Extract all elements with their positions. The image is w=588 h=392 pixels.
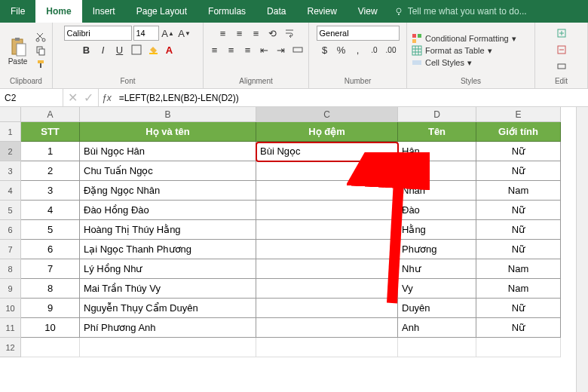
wrap-text-button[interactable] [282, 26, 297, 41]
cell-A4[interactable]: 3 [21, 181, 80, 201]
cell-C11[interactable] [256, 318, 398, 338]
cell-E5[interactable]: Nữ [476, 201, 561, 220]
cell-D7[interactable]: Phương [398, 240, 476, 259]
cell-C10[interactable] [256, 299, 398, 318]
cell-D5[interactable]: Đào [398, 201, 476, 220]
select-all-corner[interactable] [0, 107, 21, 122]
cell-B10[interactable]: Nguyễn Thụy Cẩm Duyên [80, 299, 256, 318]
cancel-formula-button[interactable]: ✕ [68, 90, 78, 105]
font-size-select[interactable]: 14 [133, 26, 159, 41]
header-cell-b[interactable]: Họ và tên [80, 122, 256, 142]
cell-D11[interactable]: Anh [398, 318, 476, 338]
cell-D3[interactable]: Ngọc [398, 161, 476, 181]
col-header-E[interactable]: E [476, 107, 561, 122]
tab-file[interactable]: File [0, 0, 35, 23]
format-cells-button[interactable] [554, 59, 569, 74]
decrease-indent-button[interactable]: ⇤ [257, 42, 272, 57]
cell-B4[interactable]: Đặng Ngọc Nhân [80, 181, 256, 201]
align-right-button[interactable]: ≡ [240, 42, 256, 57]
cell-E4[interactable]: Nam [476, 181, 561, 201]
insert-cells-button[interactable] [554, 26, 569, 41]
cut-button[interactable] [34, 31, 47, 43]
cell-C12[interactable] [256, 338, 398, 357]
cell-A5[interactable]: 4 [21, 201, 80, 220]
header-cell-a[interactable]: STT [21, 122, 80, 142]
col-header-B[interactable]: B [80, 107, 256, 122]
font-color-button[interactable]: A [162, 42, 177, 57]
cell-B6[interactable]: Hoàng Thị Thúy Hằng [80, 220, 256, 240]
conditional-formatting-button[interactable]: Conditional Formatting ▾ [412, 33, 516, 44]
cell-E7[interactable]: Nữ [476, 240, 561, 259]
tab-home[interactable]: Home [35, 0, 81, 23]
tab-insert[interactable]: Insert [82, 0, 126, 23]
tell-me-search[interactable]: Tell me what you want to do... [388, 0, 588, 23]
merge-button[interactable] [290, 42, 305, 57]
fill-handle[interactable] [396, 159, 402, 165]
tab-data[interactable]: Data [256, 0, 296, 23]
cell-B5[interactable]: Đào Hồng Đào [80, 201, 256, 220]
cell-C4[interactable] [256, 181, 398, 201]
cell-D2[interactable]: Hân [398, 142, 476, 161]
row-header-12[interactable]: 12 [0, 338, 21, 357]
cell-C8[interactable] [256, 259, 398, 279]
decrease-decimal-button[interactable]: .00 [384, 42, 399, 57]
format-painter-button[interactable] [34, 58, 47, 70]
col-header-D[interactable]: D [398, 107, 476, 122]
row-header-4[interactable]: 4 [0, 181, 21, 201]
paste-button[interactable]: Paste [5, 36, 31, 66]
fx-label[interactable]: ƒx [99, 89, 115, 106]
cell-E6[interactable]: Nữ [476, 220, 561, 240]
cell-B3[interactable]: Chu Tuấn Ngọc [80, 161, 256, 181]
decrease-font-button[interactable]: A▼ [177, 26, 192, 41]
cell-B2[interactable]: Bùi Ngọc Hân [80, 142, 256, 161]
header-cell-c[interactable]: Họ đệm [256, 122, 398, 142]
cell-D6[interactable]: Hằng [398, 220, 476, 240]
cell-styles-button[interactable]: Cell Styles ▾ [412, 57, 516, 68]
vertical-scrollbar[interactable] [576, 107, 588, 392]
copy-button[interactable] [34, 44, 47, 57]
cell-B11[interactable]: Phí Phương Anh [80, 318, 256, 338]
cell-C7[interactable] [256, 240, 398, 259]
tab-page-layout[interactable]: Page Layout [126, 0, 198, 23]
enter-formula-button[interactable]: ✓ [84, 90, 93, 105]
row-header-3[interactable]: 3 [0, 161, 21, 181]
cell-B7[interactable]: Lại Ngọc Thanh Phương [80, 240, 256, 259]
increase-font-button[interactable]: A▲ [161, 26, 176, 41]
cell-E3[interactable]: Nữ [476, 161, 561, 181]
row-header-11[interactable]: 11 [0, 318, 21, 338]
tab-formulas[interactable]: Formulas [198, 0, 256, 23]
cell-E8[interactable]: Nam [476, 259, 561, 279]
header-cell-d[interactable]: Tên [398, 122, 476, 142]
tab-view[interactable]: View [348, 0, 388, 23]
cell-D10[interactable]: Duyên [398, 299, 476, 318]
cell-E10[interactable]: Nữ [476, 299, 561, 318]
header-cell-e[interactable]: Giới tính [476, 122, 561, 142]
cell-A3[interactable]: 2 [21, 161, 80, 181]
bold-button[interactable]: B [79, 42, 94, 57]
orientation-button[interactable]: ⟲ [265, 26, 280, 41]
cell-C5[interactable] [256, 201, 398, 220]
font-name-select[interactable]: Calibri [64, 26, 132, 41]
cell-A8[interactable]: 7 [21, 259, 80, 279]
borders-button[interactable] [129, 42, 144, 57]
cell-C2[interactable]: Bùi Ngọc [256, 142, 398, 161]
cell-A6[interactable]: 5 [21, 220, 80, 240]
cell-E2[interactable]: Nữ [476, 142, 561, 161]
cell-B9[interactable]: Mai Trần Thúy Vy [80, 279, 256, 299]
italic-button[interactable]: I [96, 42, 111, 57]
cell-C3[interactable] [256, 161, 398, 181]
format-as-table-button[interactable]: Format as Table ▾ [412, 45, 516, 56]
align-top-button[interactable]: ≡ [216, 26, 231, 41]
cell-B8[interactable]: Lý Hồng Như [80, 259, 256, 279]
cell-D12[interactable] [398, 338, 476, 357]
row-header-6[interactable]: 6 [0, 220, 21, 240]
cell-D8[interactable]: Như [398, 259, 476, 279]
cell-D9[interactable]: Vy [398, 279, 476, 299]
row-header-9[interactable]: 9 [0, 279, 21, 299]
col-header-C[interactable]: C [256, 107, 398, 122]
cell-C9[interactable] [256, 279, 398, 299]
comma-button[interactable]: , [351, 42, 366, 57]
row-header-8[interactable]: 8 [0, 259, 21, 279]
number-format-select[interactable]: General [317, 26, 400, 41]
percent-button[interactable]: % [334, 42, 349, 57]
